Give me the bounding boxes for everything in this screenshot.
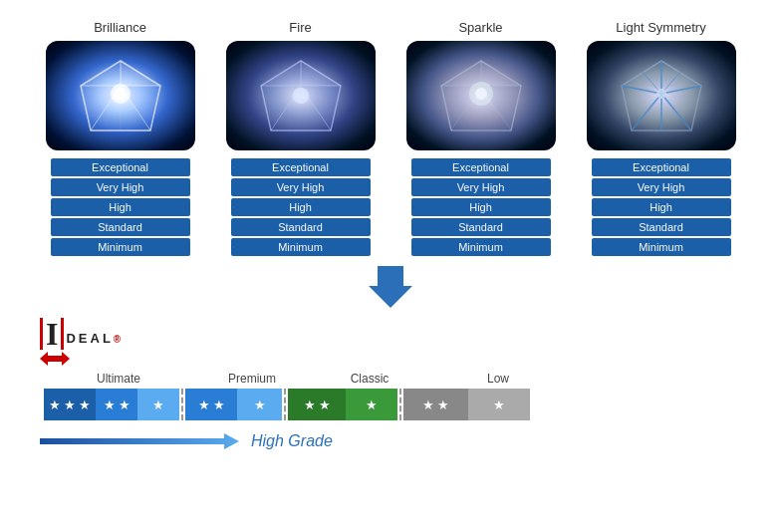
brilliance-diamond-svg bbox=[71, 56, 170, 135]
star-icon: ★ bbox=[119, 398, 130, 412]
svg-marker-36 bbox=[40, 352, 70, 366]
bottom-section: I DEAL® Ultimate Premium Classic Low ★ bbox=[30, 318, 751, 450]
star-icon: ★ bbox=[49, 398, 61, 412]
symmetry-ratings: Exceptional Very High High Standard Mini… bbox=[592, 158, 731, 256]
star-icon: ★ bbox=[64, 398, 76, 412]
star-icon: ★ bbox=[304, 398, 316, 412]
star-icon: ★ bbox=[198, 398, 210, 412]
seg-classic-2star: ★ ★ bbox=[288, 389, 346, 420]
rating-high: High bbox=[411, 198, 551, 216]
arrow-shaft bbox=[378, 266, 403, 286]
rating-minimum: Minimum bbox=[592, 238, 731, 256]
rating-standard: Standard bbox=[231, 218, 371, 236]
rating-very-high: Very High bbox=[51, 178, 190, 196]
star-icon: ★ bbox=[213, 398, 225, 412]
seg-ultimate-3star: ★ ★ ★ bbox=[44, 389, 96, 420]
ideal-text-span: DEAL bbox=[66, 331, 113, 346]
main-container: Brilliance Exceptional Very High bbox=[0, 0, 781, 532]
divider-2 bbox=[284, 389, 286, 420]
rating-high: High bbox=[231, 198, 371, 216]
rating-exceptional: Exceptional bbox=[231, 158, 371, 176]
svg-line-29 bbox=[661, 94, 691, 131]
fire-diamond-svg bbox=[251, 56, 351, 135]
divider-3 bbox=[399, 389, 401, 420]
fire-ratings: Exceptional Very High High Standard Mini… bbox=[231, 158, 371, 256]
seg-ultimate-2star: ★ ★ bbox=[96, 389, 137, 420]
high-grade-label: High Grade bbox=[251, 432, 333, 450]
svg-marker-26 bbox=[622, 61, 661, 86]
star-icon: ★ bbox=[319, 398, 331, 412]
seg-ultimate-1star: ★ bbox=[137, 389, 179, 420]
svg-marker-11 bbox=[301, 61, 341, 86]
seg-classic-1star: ★ bbox=[346, 389, 397, 420]
svg-marker-2 bbox=[81, 61, 121, 86]
diamond-card-sparkle: Sparkle Exceptional Very High High Stand… bbox=[396, 20, 566, 256]
red-arrow-row bbox=[40, 352, 751, 366]
category-labels-row: Ultimate Premium Classic Low bbox=[40, 372, 751, 386]
down-arrow-container bbox=[369, 266, 412, 308]
down-arrow-section bbox=[30, 266, 751, 308]
brilliance-ratings: Exceptional Very High High Standard Mini… bbox=[51, 158, 190, 256]
fire-title: Fire bbox=[289, 20, 311, 35]
svg-line-30 bbox=[632, 94, 661, 131]
rating-exceptional: Exceptional bbox=[51, 158, 190, 176]
high-grade-section: High Grade bbox=[40, 432, 751, 450]
symmetry-image bbox=[587, 41, 736, 150]
light-symmetry-title: Light Symmetry bbox=[616, 20, 705, 35]
svg-marker-25 bbox=[661, 61, 701, 86]
grade-scale-bar: ★ ★ ★ ★ ★ ★ ★ ★ ★ bbox=[40, 389, 751, 420]
diamonds-section: Brilliance Exceptional Very High bbox=[30, 20, 751, 256]
star-icon: ★ bbox=[152, 398, 164, 412]
seg-low-1star: ★ bbox=[468, 389, 530, 420]
sparkle-diamond-svg bbox=[431, 56, 531, 135]
rating-minimum: Minimum bbox=[51, 238, 190, 256]
red-double-arrow-icon bbox=[40, 352, 70, 366]
svg-marker-37 bbox=[40, 433, 239, 449]
rating-minimum: Minimum bbox=[231, 238, 371, 256]
rating-very-high: Very High bbox=[411, 178, 551, 196]
rating-exceptional: Exceptional bbox=[411, 158, 551, 176]
ideal-logo-letter: I bbox=[40, 318, 64, 350]
rating-standard: Standard bbox=[51, 218, 190, 236]
svg-marker-18 bbox=[481, 61, 521, 86]
ultimate-label: Ultimate bbox=[44, 372, 193, 386]
premium-label: Premium bbox=[198, 372, 306, 386]
star-icon: ★ bbox=[79, 398, 91, 412]
rating-exceptional: Exceptional bbox=[592, 158, 731, 176]
star-icon: ★ bbox=[104, 398, 116, 412]
svg-marker-1 bbox=[121, 61, 160, 86]
diamond-card-brilliance: Brilliance Exceptional Very High bbox=[36, 20, 205, 256]
rating-very-high: Very High bbox=[592, 178, 731, 196]
svg-point-16 bbox=[293, 88, 309, 104]
rating-standard: Standard bbox=[411, 218, 551, 236]
brilliance-image bbox=[46, 41, 195, 150]
sparkle-ratings: Exceptional Very High High Standard Mini… bbox=[411, 158, 551, 256]
sparkle-image bbox=[406, 41, 556, 150]
classic-label: Classic bbox=[311, 372, 428, 386]
seg-premium-1star: ★ bbox=[237, 389, 282, 420]
star-icon: ★ bbox=[493, 398, 505, 412]
symmetry-diamond-svg bbox=[612, 56, 711, 135]
star-icon: ★ bbox=[366, 398, 378, 412]
fire-image bbox=[226, 41, 376, 150]
svg-point-35 bbox=[656, 89, 666, 99]
svg-marker-19 bbox=[441, 61, 481, 86]
rating-high: High bbox=[592, 198, 731, 216]
high-grade-arrow-icon bbox=[40, 433, 239, 449]
seg-low-2star: ★ ★ bbox=[403, 389, 468, 420]
seg-premium-2star: ★ ★ bbox=[185, 389, 237, 420]
ideal-logo-row: I DEAL® bbox=[40, 318, 751, 350]
brilliance-title: Brilliance bbox=[94, 20, 146, 35]
ideal-logo-text: DEAL® bbox=[66, 331, 124, 346]
low-label: Low bbox=[433, 372, 563, 386]
sparkle-title: Sparkle bbox=[458, 20, 502, 35]
star-icon: ★ bbox=[254, 398, 266, 412]
arrow-head bbox=[369, 286, 412, 308]
star-icon: ★ bbox=[437, 398, 449, 412]
rating-high: High bbox=[51, 198, 190, 216]
star-icon: ★ bbox=[422, 398, 434, 412]
svg-marker-12 bbox=[261, 61, 301, 86]
rating-minimum: Minimum bbox=[411, 238, 551, 256]
diamond-card-light-symmetry: Light Symmetry bbox=[577, 20, 746, 256]
diamond-card-fire: Fire Exceptional Very High High Standard… bbox=[216, 20, 386, 256]
